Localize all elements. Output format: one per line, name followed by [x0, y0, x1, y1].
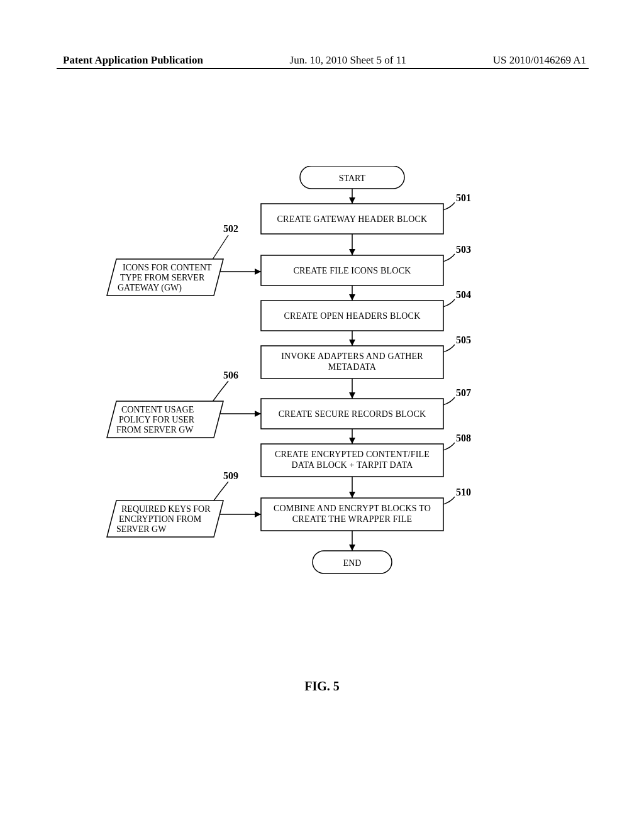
process-504-label: CREATE OPEN HEADERS BLOCK — [284, 311, 421, 321]
header-right: US 2010/0146269 A1 — [493, 54, 586, 67]
process-505-line1: INVOKE ADAPTERS AND GATHER — [281, 351, 423, 361]
ref-508: 508 — [456, 433, 471, 443]
leader-504 — [443, 299, 455, 307]
figure-label: FIG. 5 — [0, 679, 644, 694]
terminal-start-label: START — [339, 174, 366, 183]
process-508-line2: DATA BLOCK + TARPIT DATA — [291, 460, 413, 470]
leader-506 — [212, 381, 228, 402]
header-rule — [57, 68, 589, 69]
ref-501: 501 — [456, 192, 471, 203]
process-510-line1: COMBINE AND ENCRYPT BLOCKS TO — [274, 504, 431, 513]
header-left: Patent Application Publication — [63, 54, 203, 67]
leader-501 — [443, 202, 455, 210]
flowchart: START CREATE GATEWAY HEADER BLOCK 501 50… — [104, 166, 550, 619]
ref-504: 504 — [456, 289, 471, 300]
leader-503 — [443, 254, 455, 262]
ref-507: 507 — [456, 387, 471, 398]
ref-503: 503 — [456, 244, 471, 255]
leader-509 — [212, 482, 228, 503]
leader-502 — [212, 235, 228, 260]
data-506-line1: CONTENT USAGE — [121, 405, 194, 414]
page-header: Patent Application Publication Jun. 10, … — [0, 52, 644, 67]
ref-510: 510 — [456, 487, 471, 497]
data-502-line2: TYPE FROM SERVER — [120, 273, 205, 282]
data-502-line1: ICONS FOR CONTENT — [123, 263, 212, 272]
process-508-line1: CREATE ENCRYPTED CONTENT/FILE — [275, 450, 430, 459]
process-505-line2: METADATA — [328, 362, 377, 372]
ref-502: 502 — [223, 223, 238, 234]
leader-505 — [443, 345, 455, 352]
ref-509: 509 — [223, 470, 238, 481]
leader-507 — [443, 397, 455, 405]
process-507-label: CREATE SECURE RECORDS BLOCK — [279, 409, 426, 419]
data-509-line1: REQUIRED KEYS FOR — [121, 504, 211, 514]
terminal-end-label: END — [343, 558, 362, 568]
header-center: Jun. 10, 2010 Sheet 5 of 11 — [290, 54, 406, 67]
data-502-line3: GATEWAY (GW) — [118, 283, 182, 293]
process-503-label: CREATE FILE ICONS BLOCK — [294, 266, 411, 275]
data-506-line2: POLICY FOR USER — [119, 415, 195, 424]
leader-508 — [443, 443, 455, 450]
data-509-line2: ENCRYPTION FROM — [119, 514, 202, 524]
data-506-line3: FROM SERVER GW — [116, 425, 194, 434]
ref-506: 506 — [223, 370, 238, 380]
process-501-label: CREATE GATEWAY HEADER BLOCK — [277, 214, 428, 224]
ref-505: 505 — [456, 335, 471, 345]
leader-510 — [443, 497, 455, 504]
data-509-line3: SERVER GW — [116, 524, 167, 534]
process-510-line2: CREATE THE WRAPPER FILE — [292, 514, 412, 524]
